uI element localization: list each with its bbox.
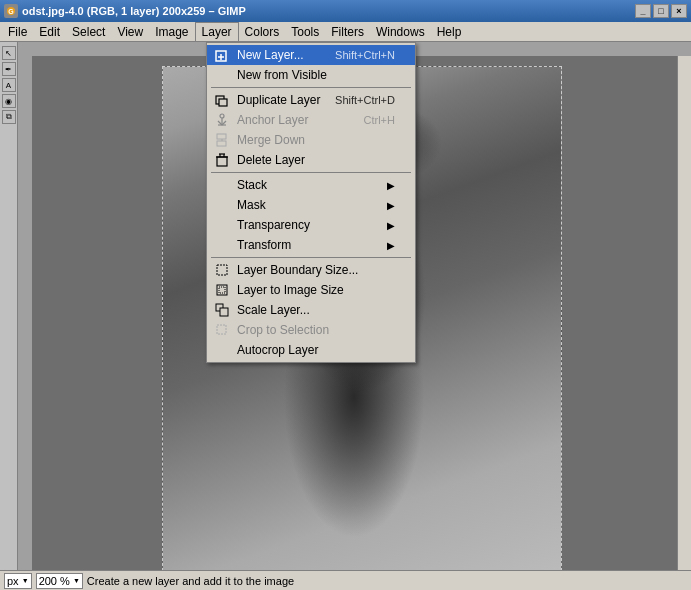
tool-pointer[interactable]: ↖ xyxy=(2,46,16,60)
menu-file[interactable]: File xyxy=(2,22,33,41)
menu-item-layer-boundary[interactable]: Layer Boundary Size... xyxy=(207,260,415,280)
separator-1 xyxy=(211,87,411,88)
tool-color-picker[interactable]: ✒ xyxy=(2,62,16,76)
menu-item-layer-to-image[interactable]: Layer to Image Size xyxy=(207,280,415,300)
zoom-dropdown[interactable]: 200 % xyxy=(36,573,83,589)
mask-label: Mask xyxy=(237,198,266,212)
minimize-button[interactable]: _ xyxy=(635,4,651,18)
menu-item-crop-selection[interactable]: Crop to Selection xyxy=(207,320,415,340)
layer-to-image-label: Layer to Image Size xyxy=(237,283,344,297)
tool-eye[interactable]: ◉ xyxy=(2,94,16,108)
menu-colors[interactable]: Colors xyxy=(239,22,286,41)
anchor-layer-icon xyxy=(213,111,231,129)
toolbox: ↖ ✒ A ◉ ⧉ xyxy=(0,42,18,590)
crop-selection-icon xyxy=(213,321,231,339)
transform-arrow: ▶ xyxy=(387,240,395,251)
svg-rect-22 xyxy=(219,287,225,293)
main-canvas-area: New Layer... Shift+Ctrl+N New from Visib… xyxy=(18,42,691,590)
window-title: odst.jpg-4.0 (RGB, 1 layer) 200x259 – GI… xyxy=(22,5,246,17)
menu-item-mask[interactable]: Mask ▶ xyxy=(207,195,415,215)
close-button[interactable]: × xyxy=(671,4,687,18)
menu-view[interactable]: View xyxy=(111,22,149,41)
svg-rect-20 xyxy=(217,265,227,275)
tool-layers[interactable]: ⧉ xyxy=(2,110,16,124)
duplicate-layer-shortcut: Shift+Ctrl+D xyxy=(335,94,395,106)
svg-rect-25 xyxy=(217,325,226,334)
svg-rect-13 xyxy=(217,141,226,146)
transform-label: Transform xyxy=(237,238,291,252)
menu-image[interactable]: Image xyxy=(149,22,194,41)
menu-tools[interactable]: Tools xyxy=(285,22,325,41)
svg-rect-15 xyxy=(217,157,227,166)
merge-down-label: Merge Down xyxy=(237,133,305,147)
delete-layer-icon xyxy=(213,151,231,169)
anchor-layer-shortcut: Ctrl+H xyxy=(364,114,395,126)
delete-layer-label: Delete Layer xyxy=(237,153,305,167)
title-bar: G odst.jpg-4.0 (RGB, 1 layer) 200x259 – … xyxy=(0,0,691,22)
svg-rect-6 xyxy=(219,99,227,106)
status-bar: px 200 % Create a new layer and add it t… xyxy=(0,570,691,590)
menu-item-merge-down[interactable]: Merge Down xyxy=(207,130,415,150)
status-text: Create a new layer and add it to the ima… xyxy=(87,575,294,587)
menu-edit[interactable]: Edit xyxy=(33,22,66,41)
zoom-label: 200 % xyxy=(39,575,70,587)
separator-2 xyxy=(211,172,411,173)
autocrop-label: Autocrop Layer xyxy=(237,343,318,357)
duplicate-layer-icon xyxy=(213,91,231,109)
app-icon: G xyxy=(4,4,18,18)
menu-item-new-layer[interactable]: New Layer... Shift+Ctrl+N xyxy=(207,45,415,65)
scale-layer-icon xyxy=(213,301,231,319)
scrollbar-vertical[interactable] xyxy=(677,56,691,576)
new-layer-icon xyxy=(213,46,231,64)
layer-boundary-label: Layer Boundary Size... xyxy=(237,263,358,277)
scale-layer-label: Scale Layer... xyxy=(237,303,310,317)
tool-text[interactable]: A xyxy=(2,78,16,92)
layer-boundary-icon xyxy=(213,261,231,279)
new-layer-label: New Layer... xyxy=(237,48,304,62)
maximize-button[interactable]: □ xyxy=(653,4,669,18)
unit-label: px xyxy=(7,575,19,587)
svg-point-7 xyxy=(220,114,224,118)
transparency-arrow: ▶ xyxy=(387,220,395,231)
menu-item-transparency[interactable]: Transparency ▶ xyxy=(207,215,415,235)
menu-item-transform[interactable]: Transform ▶ xyxy=(207,235,415,255)
menu-windows[interactable]: Windows xyxy=(370,22,431,41)
window-controls: _ □ × xyxy=(635,4,687,18)
anchor-layer-label: Anchor Layer xyxy=(237,113,308,127)
menu-bar: File Edit Select View Image Layer Colors… xyxy=(0,22,691,42)
duplicate-layer-label: Duplicate Layer xyxy=(237,93,320,107)
unit-dropdown[interactable]: px xyxy=(4,573,32,589)
layer-dropdown-menu: New Layer... Shift+Ctrl+N New from Visib… xyxy=(206,42,416,363)
menu-item-autocrop[interactable]: Autocrop Layer xyxy=(207,340,415,360)
menu-item-anchor-layer[interactable]: Anchor Layer Ctrl+H xyxy=(207,110,415,130)
menu-item-delete-layer[interactable]: Delete Layer xyxy=(207,150,415,170)
svg-rect-12 xyxy=(217,134,226,139)
stack-arrow: ▶ xyxy=(387,180,395,191)
layer-image-icon xyxy=(213,281,231,299)
menu-item-scale-layer[interactable]: Scale Layer... xyxy=(207,300,415,320)
menu-item-new-from-visible[interactable]: New from Visible xyxy=(207,65,415,85)
transparency-label: Transparency xyxy=(237,218,310,232)
menu-help[interactable]: Help xyxy=(431,22,468,41)
menu-select[interactable]: Select xyxy=(66,22,111,41)
mask-arrow: ▶ xyxy=(387,200,395,211)
separator-3 xyxy=(211,257,411,258)
new-from-visible-label: New from Visible xyxy=(237,68,327,82)
svg-text:G: G xyxy=(8,8,14,15)
menu-item-stack[interactable]: Stack ▶ xyxy=(207,175,415,195)
menu-layer[interactable]: Layer xyxy=(195,22,239,41)
menu-item-duplicate-layer[interactable]: Duplicate Layer Shift+Ctrl+D xyxy=(207,90,415,110)
menu-filters[interactable]: Filters xyxy=(325,22,370,41)
new-layer-shortcut: Shift+Ctrl+N xyxy=(335,49,395,61)
svg-rect-24 xyxy=(220,308,228,316)
crop-selection-label: Crop to Selection xyxy=(237,323,329,337)
merge-down-icon xyxy=(213,131,231,149)
stack-label: Stack xyxy=(237,178,267,192)
